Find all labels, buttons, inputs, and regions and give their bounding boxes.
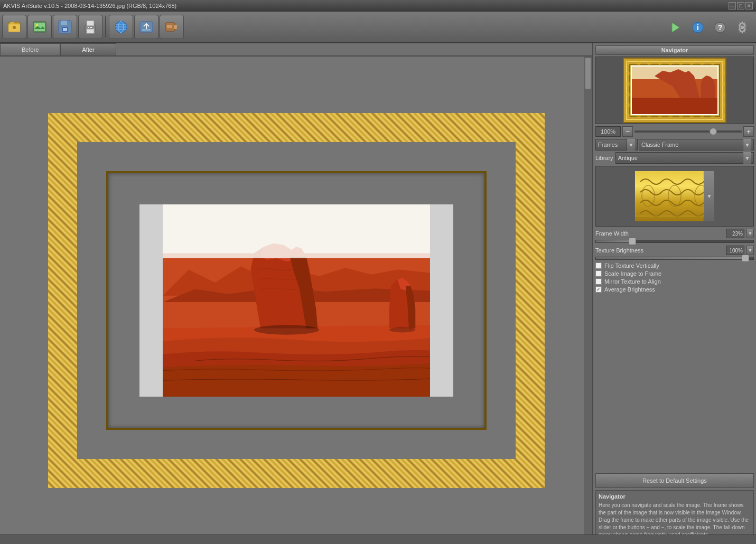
frame-width-label: Frame Width: [595, 230, 724, 237]
frame-width-fill: [596, 240, 632, 242]
library-label: Library: [595, 155, 613, 161]
texture-brightness-track[interactable]: [595, 257, 754, 260]
vertical-scrollbar[interactable]: [584, 57, 592, 536]
title-text: AKVIS ArtSuite v.10.5 - 2008-03-14-13592…: [3, 3, 176, 9]
image-viewport[interactable]: [0, 57, 592, 544]
frame-value-dropdown[interactable]: Classic Frame ▼: [639, 139, 754, 151]
zoom-input[interactable]: 100%: [595, 126, 621, 137]
zoom-row: 100% − +: [595, 126, 754, 137]
svg-point-2: [13, 26, 16, 29]
reset-button[interactable]: Reset to Default Settings: [595, 473, 754, 488]
titlebar: AKVIS ArtSuite v.10.5 - 2008-03-14-13592…: [0, 0, 756, 12]
close-button[interactable]: ✕: [745, 2, 753, 10]
print-button[interactable]: [78, 15, 102, 39]
open-image-button[interactable]: [27, 15, 52, 39]
svg-rect-52: [635, 171, 714, 221]
scale-image-label: Scale Image to Frame: [604, 270, 661, 277]
toolbar-separator-1: [105, 16, 106, 37]
frame-value-arrow[interactable]: ▼: [743, 139, 751, 151]
average-brightness-checkbox[interactable]: ✓: [595, 286, 602, 293]
frame-width-value: 23%: [726, 229, 744, 238]
mirror-texture-label: Mirror Texture to Align: [604, 278, 661, 285]
framed-image: [48, 113, 545, 488]
svg-rect-24: [174, 27, 177, 29]
zoom-out-button[interactable]: −: [622, 126, 633, 137]
svg-rect-11: [87, 21, 94, 26]
help-button[interactable]: ?: [711, 18, 730, 37]
texture-brightness-fill: [596, 257, 745, 259]
vertical-scroll-thumb[interactable]: [585, 58, 591, 89]
texture-brightness-label: Texture Brightness: [595, 247, 724, 254]
frame-width-spinner[interactable]: ▼: [746, 229, 754, 238]
svg-rect-50: [631, 98, 718, 115]
texture-brightness-spinner[interactable]: ▼: [746, 246, 754, 255]
average-brightness-label: Average Brightness: [604, 286, 655, 293]
frame-type-arrow[interactable]: ▼: [627, 139, 635, 151]
gold-frame: [48, 113, 545, 488]
right-toolbar: i ?: [662, 12, 756, 43]
save-button[interactable]: [53, 15, 77, 39]
help-text: Here you can navigate and scale the imag…: [599, 502, 751, 539]
main-area: Before After: [0, 43, 756, 544]
texture-thumbnail[interactable]: ▼: [635, 171, 714, 221]
flip-texture-row: Flip Texture Vertically: [595, 262, 754, 269]
texture-brightness-knob[interactable]: [742, 255, 749, 262]
upload-button[interactable]: [134, 15, 158, 39]
svg-marker-26: [672, 23, 679, 32]
nav-preview-image: [623, 58, 726, 123]
svg-point-35: [254, 325, 319, 335]
right-panel: Navigator: [592, 43, 756, 544]
zoom-in-button[interactable]: +: [743, 126, 754, 137]
svg-rect-23: [174, 25, 177, 27]
texture-brightness-row: Texture Brightness 100% ▼: [595, 246, 754, 255]
library-arrow[interactable]: ▼: [743, 152, 751, 164]
toolbar: i ?: [0, 12, 756, 43]
zoom-slider[interactable]: [634, 130, 742, 133]
library-value: Antique: [618, 155, 638, 161]
average-brightness-row: ✓ Average Brightness: [595, 286, 754, 293]
library-dropdown[interactable]: Antique ▼: [615, 152, 754, 164]
scale-image-checkbox[interactable]: [595, 270, 602, 277]
tab-bar: Before After: [0, 43, 592, 57]
flip-texture-checkbox[interactable]: [595, 262, 602, 269]
tab-before[interactable]: Before: [0, 43, 60, 55]
navigator-preview[interactable]: [595, 57, 754, 124]
info-button[interactable]: i: [688, 18, 707, 37]
minimize-button[interactable]: —: [729, 2, 736, 10]
web-button[interactable]: [109, 15, 133, 39]
navigator-title: Navigator: [595, 45, 754, 55]
svg-point-31: [740, 25, 744, 30]
frame-value-label: Classic Frame: [641, 142, 678, 148]
image-canvas: [139, 204, 453, 397]
tab-after[interactable]: After: [60, 43, 116, 55]
mirror-texture-checkbox[interactable]: [595, 278, 602, 285]
mirror-texture-row: Mirror Texture to Align: [595, 278, 754, 285]
texture-svg: [635, 171, 714, 221]
zoom-slider-thumb[interactable]: [710, 128, 717, 135]
texture-preview-area: ▼: [595, 166, 754, 227]
svg-rect-25: [167, 25, 172, 28]
svg-rect-37: [163, 204, 430, 258]
svg-rect-4: [34, 23, 45, 31]
flip-texture-label: Flip Texture Vertically: [604, 262, 659, 269]
texture-brightness-value: 100%: [726, 246, 744, 255]
frame-type-dropdown[interactable]: Frames ▼: [595, 139, 638, 151]
help-title: Navigator: [599, 493, 751, 500]
library-row: Library Antique ▼: [595, 152, 754, 164]
svg-rect-13: [88, 27, 89, 28]
svg-point-36: [389, 327, 415, 332]
svg-rect-14: [90, 27, 92, 28]
plugin-button[interactable]: [160, 15, 184, 39]
svg-rect-21: [142, 29, 151, 31]
svg-rect-7: [61, 21, 67, 25]
play-button[interactable]: [666, 18, 685, 37]
maximize-button[interactable]: □: [737, 2, 744, 10]
texture-dropdown-arrow[interactable]: ▼: [704, 171, 714, 221]
svg-rect-12: [87, 29, 94, 33]
navigator-section: Navigator: [595, 45, 754, 124]
frame-width-track[interactable]: [595, 240, 754, 243]
open-file-button[interactable]: [2, 15, 26, 39]
statusbar: [0, 534, 756, 544]
frame-width-knob[interactable]: [629, 238, 636, 245]
settings-button[interactable]: [733, 18, 752, 37]
